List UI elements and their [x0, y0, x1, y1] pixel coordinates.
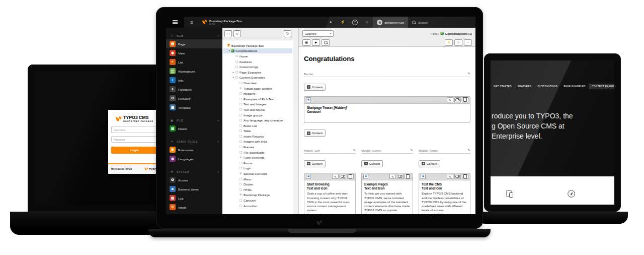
search-button[interactable] [321, 39, 330, 46]
view-page-button[interactable]: ▶ [312, 39, 320, 46]
tree-node-file-downloads[interactable]: ▢File downloads [223, 150, 292, 155]
username-field[interactable] [111, 126, 158, 133]
delete-content-button[interactable] [405, 174, 411, 179]
tree-splitter[interactable] [293, 28, 299, 214]
tree-node-text-and-images[interactable]: ▢Text and Images [223, 102, 292, 107]
tree-node-menu[interactable]: ▢Menu [223, 176, 292, 182]
module-item-recycler[interactable]: ↺Recycler [166, 94, 222, 103]
edit-content-button[interactable]: ✎ [447, 174, 453, 179]
tree-node-image-groups[interactable]: ▢Image groups [223, 112, 292, 118]
clear-cache-menu-button[interactable]: ⚡ [337, 17, 349, 28]
delete-content-button[interactable] [347, 174, 354, 179]
nav-item-page-examples[interactable]: PAGE EXAMPLES [560, 84, 589, 89]
tree-node-bullet-list[interactable]: ▢Bullet List [223, 123, 292, 129]
columns-select[interactable]: Columns ▾ [302, 30, 334, 37]
toggle-visibility-button[interactable] [397, 174, 404, 179]
tree-node-congratulations[interactable]: ▾Congratulations [223, 48, 292, 54]
content-button[interactable]: + Content [304, 130, 326, 137]
module-item-access[interactable]: ✪Access [166, 175, 222, 184]
edit-icon[interactable]: ✎ [353, 148, 356, 152]
modules-grid-button[interactable]: ∷ [361, 17, 373, 28]
content-element-link[interactable]: Examples [364, 213, 410, 214]
tree-node-accordion[interactable]: ▢Accordion [223, 203, 292, 209]
tree-node-headers[interactable]: ▢Headers [223, 91, 292, 96]
tree-node-home[interactable]: ↪Home [223, 53, 292, 59]
tree-node-features[interactable]: ▢Features [223, 59, 292, 65]
tree-node-overview[interactable]: ▢Overview [223, 80, 292, 86]
module-section-header[interactable]: ▣FILE▾ [166, 116, 222, 124]
toggle-visibility-button[interactable] [454, 97, 461, 102]
module-item-info[interactable]: iInfo [166, 76, 222, 85]
module-item-list[interactable]: ≡List [166, 57, 222, 67]
tree-node-text-and-media[interactable]: ▢Text and Media [223, 107, 292, 112]
module-item-backend-users[interactable]: ☻Backend users [166, 184, 222, 194]
delete-content-button[interactable] [462, 97, 468, 102]
nav-item-get-started[interactable]: GET STARTED [491, 84, 515, 89]
tree-node-carousel[interactable]: ▢Carousel [223, 198, 292, 203]
content-element-link[interactable]: Log into TYPO3 [422, 213, 467, 214]
module-item-page[interactable]: ▤Page [166, 39, 222, 48]
tree-node-html[interactable]: ▢HTML [223, 187, 292, 193]
login-button[interactable]: Login [111, 147, 158, 154]
tree-node-page-examples[interactable]: ▸▢Page Examples [223, 70, 292, 75]
filter-button[interactable]: ▽ [233, 30, 241, 37]
module-item-functions[interactable]: ✦Functions [166, 85, 222, 94]
module-section-header[interactable]: ✈ADMIN TOOLS▾ [166, 138, 222, 145]
toggle-visibility-button[interactable] [340, 174, 346, 179]
tree-node-insert-records[interactable]: ▢Insert Records [223, 134, 292, 139]
tree-node-images-with-links[interactable]: ▢Images with links [223, 139, 292, 145]
password-field[interactable] [111, 136, 158, 143]
tree-node-frames[interactable]: ▢Frames [223, 144, 292, 150]
nav-item-features[interactable]: FEATURES [515, 84, 534, 89]
layout-button[interactable]: ▦ [302, 39, 310, 46]
bookmark-button[interactable]: ☆ [454, 39, 462, 46]
module-section-header[interactable]: ⚒SYSTEM▾ [166, 168, 222, 175]
edit-icon[interactable]: ✎ [468, 148, 470, 152]
tree-node-typical-page-content[interactable]: ✛Typical page content [223, 86, 292, 91]
tree-node-bootstrap-package-box[interactable]: Bootstrap Package Box [223, 43, 292, 48]
tree-node-bootstrap-package[interactable]: ✛Bootstrap Package [223, 193, 292, 198]
tree-node-table[interactable]: ▢Table [223, 129, 292, 134]
module-item-workspaces[interactable]: ◫Workspaces [166, 67, 222, 76]
user-menu[interactable]: ☻ Benjamin Kott [373, 17, 408, 28]
nav-item-customizings[interactable]: CUSTOMIZINGS [534, 84, 560, 89]
edit-icon[interactable]: ✎ [468, 72, 470, 76]
tree-node-any-language-any-character[interactable]: ▢Any language, any character [223, 117, 292, 123]
nav-item-content-examples[interactable]: CONTENT EXAMPLES [589, 84, 614, 89]
module-section-header[interactable]: ▢WEB▾ [166, 32, 222, 39]
tree-node-forms[interactable]: ▢Forms [223, 160, 292, 166]
tree-node-customizings[interactable]: ▢Customizings [223, 64, 292, 70]
toggle-visibility-button[interactable] [454, 174, 461, 179]
module-item-filelist[interactable]: ▨Filelist [166, 124, 222, 133]
help-button[interactable]: ? [349, 17, 361, 28]
module-item-template[interactable]: ▦Template [166, 103, 222, 112]
content-button[interactable]: +Content [361, 160, 383, 167]
bookmarks-button[interactable]: ★ [325, 17, 337, 28]
more-about-typo3-link[interactable]: More about TYPO3 [111, 168, 132, 170]
tree-node-content-examples[interactable]: ▾▢Content Examples [223, 75, 292, 81]
tree-node-examples-of-rich-text[interactable]: ▢Examples of Rich Text [223, 96, 292, 102]
delete-content-button[interactable] [462, 174, 468, 179]
edit-icon[interactable]: ✎ [411, 148, 413, 152]
scroll-top-button[interactable]: ↑ [464, 39, 472, 46]
content-button[interactable]: +Content [419, 160, 440, 167]
tree-node-login[interactable]: ▢Login [223, 166, 292, 171]
module-item-languages[interactable]: ◍Languages [166, 154, 222, 163]
tree-node-divider[interactable]: ▢Divider [223, 181, 292, 187]
module-item-view[interactable]: ◉View [166, 48, 222, 57]
content-button[interactable]: + Content [304, 84, 326, 91]
tree-node-special-elements[interactable]: ✛Special elements [223, 171, 292, 176]
new-page-button[interactable]: ▢ [224, 30, 232, 37]
edit-content-button[interactable]: ✎ [389, 174, 396, 179]
clear-cache-button[interactable]: ⚡ [445, 39, 453, 46]
search-input[interactable]: Search [408, 17, 475, 28]
module-item-log[interactable]: ▥Log [166, 194, 222, 203]
tree-node-form-elements[interactable]: ✛Form elements [223, 155, 292, 160]
pagetree-toggle-button[interactable]: ≣ [184, 17, 199, 28]
edit-content-button[interactable]: ✎ [332, 174, 339, 179]
module-item-extensions[interactable]: ⊞Extensions [166, 145, 222, 154]
refresh-button[interactable]: ↻ [284, 30, 291, 37]
menu-toggle-button[interactable] [166, 17, 184, 28]
edit-content-button[interactable]: ✎ [447, 97, 453, 102]
content-element-link[interactable]: Features Customizing [307, 213, 353, 214]
